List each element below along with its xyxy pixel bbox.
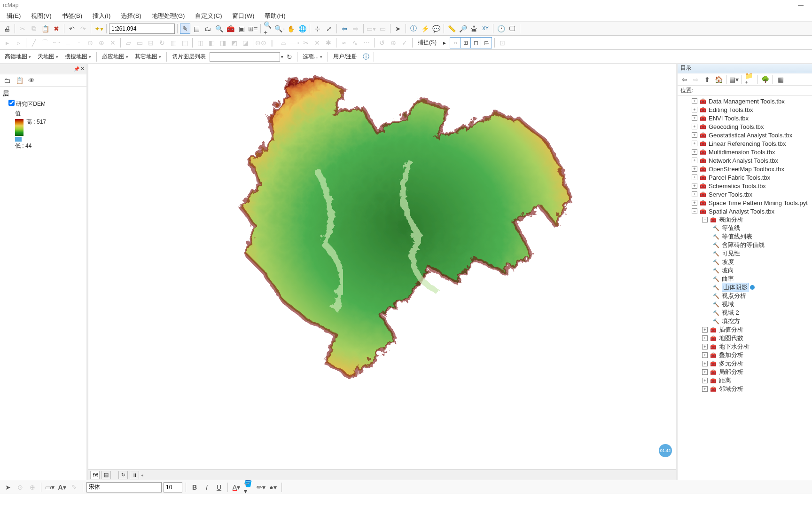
refresh-view-icon[interactable]: ↻	[118, 471, 128, 479]
layout-view-tab[interactable]: ▤	[102, 471, 111, 479]
snap-vertex-icon[interactable]: ◻	[471, 38, 481, 48]
basemap-amap[interactable]: 高德地图	[2, 53, 34, 61]
cat-options-icon[interactable]: ▦	[775, 74, 786, 85]
toolset-multivariate[interactable]: +🧰多元分析	[678, 359, 812, 368]
cat-tree-icon[interactable]: 🌳	[760, 74, 770, 85]
time-slider-icon[interactable]: 🕐	[496, 24, 506, 34]
find-route-icon[interactable]: 🛣	[469, 24, 479, 34]
list-by-visibility-icon[interactable]: 👁	[26, 75, 37, 86]
list-by-source-icon[interactable]: 📋	[14, 75, 24, 86]
minimize-button[interactable]: —	[792, 2, 809, 8]
cat-back-icon[interactable]: ⇦	[679, 74, 690, 85]
go-to-xy-icon[interactable]: XY	[480, 24, 491, 34]
arctoolbox-icon[interactable]: 🧰	[225, 24, 235, 34]
data-view-tab[interactable]: 🗺	[90, 471, 100, 479]
bold-icon[interactable]: B	[189, 482, 200, 492]
line-color-icon[interactable]: ✏▾	[256, 482, 266, 492]
toolbox-item[interactable]: +🧰Editing Tools.tbx	[678, 105, 812, 114]
tool-contour[interactable]: 等值线	[678, 224, 812, 232]
map-scale-input[interactable]	[109, 24, 175, 34]
menu-customize[interactable]: 自定义(C)	[190, 11, 226, 21]
text-icon[interactable]: A▾	[57, 482, 67, 492]
full-extent-icon[interactable]: 🌐	[297, 24, 307, 34]
toolset-groundwater[interactable]: +🧰地下水分析	[678, 342, 812, 351]
toolbox-item[interactable]: +🧰Data Management Tools.tbx	[678, 97, 812, 105]
tool-aspect[interactable]: 坡向	[678, 266, 812, 275]
python-window-icon[interactable]: ▣	[236, 24, 247, 34]
find-icon[interactable]: 🔎	[458, 24, 468, 34]
underline-icon[interactable]: U	[214, 482, 224, 492]
snap-label[interactable]: 捕捉(S)	[415, 39, 439, 47]
pause-draw-icon[interactable]: ⏸	[130, 471, 139, 479]
basemap-bing[interactable]: 必应地图	[99, 53, 131, 61]
toolbox-item[interactable]: +🧰Server Tools.tbx	[678, 190, 812, 198]
toolset-neighborhood[interactable]: +🧰邻域分析	[678, 385, 812, 393]
basemap-tianditu[interactable]: 天地图	[35, 53, 61, 61]
pan-icon[interactable]: ✋	[286, 24, 296, 34]
toolbox-item[interactable]: +🧰Schematics Tools.tbx	[678, 182, 812, 190]
print-icon[interactable]: 🖨	[2, 24, 12, 34]
tool-curvature[interactable]: 曲率	[678, 275, 812, 283]
cat-home-icon[interactable]: 🏠	[713, 74, 724, 85]
layer-dem[interactable]: 研究区DEM	[3, 99, 84, 109]
menu-edit[interactable]: 辑(E)	[2, 11, 25, 21]
tool-slope[interactable]: 坡度	[678, 258, 812, 266]
font-color-icon[interactable]: A▾	[231, 482, 242, 492]
toolset-distance[interactable]: +🧰距离	[678, 376, 812, 385]
font-select[interactable]	[86, 482, 162, 492]
snap-end-icon[interactable]: ⊞	[461, 38, 471, 48]
tool-viewshed[interactable]: 视域	[678, 300, 812, 309]
search-window-icon[interactable]: 🔍	[214, 24, 224, 34]
menu-view[interactable]: 视图(V)	[26, 11, 56, 21]
toolbox-item[interactable]: +🧰Network Analyst Tools.tbx	[678, 156, 812, 165]
viewer-window-icon[interactable]: 🖵	[507, 24, 517, 34]
measure-icon[interactable]: 📏	[446, 24, 457, 34]
basemap-soso[interactable]: 搜搜地图	[62, 53, 94, 61]
menu-bookmarks[interactable]: 书签(B)	[57, 11, 87, 21]
menu-help[interactable]: 帮助(H)	[260, 11, 290, 21]
tool-viewshed2[interactable]: 视域 2	[678, 309, 812, 317]
tool-contour-barriers[interactable]: 含障碍的等值线	[678, 241, 812, 249]
user-register[interactable]: 用户/注册	[330, 53, 360, 61]
basemap-other[interactable]: 其它地图	[132, 53, 164, 61]
refresh-slice-icon[interactable]: ↻	[284, 52, 295, 62]
toolset-interpolation[interactable]: +🧰插值分析	[678, 325, 812, 334]
toolset-local[interactable]: +🧰局部分析	[678, 368, 812, 376]
snap-edge-icon[interactable]: ◻̶	[481, 38, 492, 48]
close-toc-icon[interactable]: ✕	[80, 66, 85, 72]
rectangle-icon[interactable]: ▭▾	[45, 482, 55, 492]
map-canvas[interactable]: 01:42	[88, 64, 676, 469]
tool-cutfill[interactable]: 填挖方	[678, 317, 812, 325]
marker-color-icon[interactable]: ●▾	[268, 482, 278, 492]
font-size-select[interactable]	[164, 482, 182, 492]
editor-toolbar-icon[interactable]: ✎	[180, 24, 190, 34]
tool-hillshade[interactable]: 山体阴影	[678, 283, 812, 292]
cat-toggle-icon[interactable]: ▤▾	[729, 74, 739, 85]
toolbox-item[interactable]: +🧰ENVI Tools.tbx	[678, 114, 812, 122]
menu-insert[interactable]: 插入(I)	[88, 11, 115, 21]
undo-icon[interactable]: ↶	[67, 24, 77, 34]
delete-icon[interactable]: ✖	[51, 24, 62, 34]
tool-observer-points[interactable]: 视点分析	[678, 292, 812, 300]
toc-icon[interactable]: ▤	[191, 24, 202, 34]
add-data-icon[interactable]: ✦▾	[94, 24, 104, 34]
tool-visibility[interactable]: 可见性	[678, 249, 812, 258]
select-elements-icon[interactable]: ➤	[393, 24, 403, 34]
model-builder-icon[interactable]: ⊞≡	[248, 24, 258, 34]
select-features-icon[interactable]: ▭▾	[366, 24, 376, 34]
zoom-in-icon[interactable]: 🔍+	[263, 24, 273, 34]
pin-icon[interactable]: 📌	[74, 66, 79, 71]
toolset-surface[interactable]: −🧰表面分析	[678, 215, 812, 224]
toolbox-spatial-analyst[interactable]: −🧰Spatial Analyst Tools.tbx	[678, 207, 812, 215]
fixed-zoom-out-icon[interactable]: ⤢	[324, 24, 334, 34]
list-by-drawing-icon[interactable]: 🗀	[2, 75, 12, 86]
identify-icon[interactable]: ⓘ	[408, 24, 419, 34]
info-icon[interactable]: ⓘ	[361, 52, 371, 62]
options-menu[interactable]: 选项...	[300, 53, 325, 61]
select-elements-icon[interactable]: ➤	[3, 482, 13, 492]
toolset-mapalgebra[interactable]: +🧰地图代数	[678, 334, 812, 342]
toolbox-item[interactable]: +🧰Multidimension Tools.tbx	[678, 148, 812, 156]
toolbox-item[interactable]: +🧰Linear Referencing Tools.tbx	[678, 139, 812, 148]
layer-toggle[interactable]	[8, 100, 15, 106]
italic-icon[interactable]: I	[202, 482, 212, 492]
